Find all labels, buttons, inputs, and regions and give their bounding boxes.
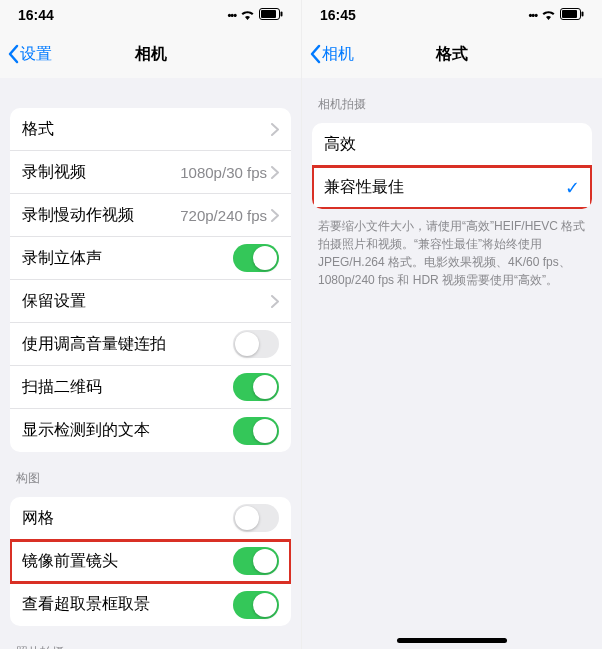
- nav-bar: 设置 相机: [0, 30, 301, 78]
- row-stereo[interactable]: 录制立体声: [10, 237, 291, 280]
- status-bar: 16:44 •••: [0, 0, 301, 30]
- status-bar: 16:45 •••: [302, 0, 602, 30]
- row-label: 镜像前置镜头: [22, 551, 233, 572]
- group-format: 高效 兼容性最佳 ✓: [312, 123, 592, 209]
- signal-icon: •••: [528, 9, 537, 21]
- chevron-left-icon: [6, 44, 20, 64]
- nav-title: 相机: [135, 44, 167, 65]
- row-record-video[interactable]: 录制视频1080p/30 fps: [10, 151, 291, 194]
- group-composition: 网格 镜像前置镜头 查看超取景框取景: [10, 497, 291, 626]
- nav-back-button[interactable]: 设置: [6, 44, 52, 65]
- row-most-compatible[interactable]: 兼容性最佳 ✓: [312, 166, 592, 209]
- nav-bar: 相机 格式: [302, 30, 602, 78]
- row-label: 扫描二维码: [22, 377, 233, 398]
- toggle-volume-burst[interactable]: [233, 330, 279, 358]
- toggle-view-outside-frame[interactable]: [233, 591, 279, 619]
- svg-rect-4: [562, 10, 577, 18]
- row-high-efficiency[interactable]: 高效: [312, 123, 592, 166]
- signal-icon: •••: [227, 9, 236, 21]
- svg-rect-5: [582, 12, 584, 17]
- group-header-composition: 构图: [0, 452, 301, 493]
- row-mirror-front[interactable]: 镜像前置镜头: [10, 540, 291, 583]
- chevron-right-icon: [271, 123, 279, 136]
- nav-back-label: 设置: [20, 44, 52, 65]
- content-right: 相机拍摄 高效 兼容性最佳 ✓ 若要缩小文件大小，请使用“高效”HEIF/HEV…: [302, 78, 602, 649]
- phone-format-settings: 16:45 ••• 相机 格式 相机拍摄 高效 兼容性最佳 ✓: [301, 0, 602, 649]
- svg-rect-1: [261, 10, 276, 18]
- toggle-scan-qr[interactable]: [233, 373, 279, 401]
- row-label: 显示检测到的文本: [22, 420, 233, 441]
- row-label: 网格: [22, 508, 233, 529]
- row-label: 录制慢动作视频: [22, 205, 180, 226]
- row-detected-text[interactable]: 显示检测到的文本: [10, 409, 291, 452]
- toggle-detected-text[interactable]: [233, 417, 279, 445]
- row-view-outside-frame[interactable]: 查看超取景框取景: [10, 583, 291, 626]
- row-label: 高效: [324, 134, 580, 155]
- wifi-icon: [240, 7, 255, 23]
- chevron-right-icon: [271, 295, 279, 308]
- home-indicator[interactable]: [397, 638, 507, 643]
- row-label: 保留设置: [22, 291, 271, 312]
- row-grid[interactable]: 网格: [10, 497, 291, 540]
- footer-text-format: 若要缩小文件大小，请使用“高效”HEIF/HEVC 格式拍摄照片和视频。“兼容性…: [302, 209, 602, 297]
- row-format[interactable]: 格式: [10, 108, 291, 151]
- status-right: •••: [227, 7, 283, 23]
- row-label: 查看超取景框取景: [22, 594, 233, 615]
- chevron-right-icon: [271, 209, 279, 222]
- wifi-icon: [541, 7, 556, 23]
- checkmark-icon: ✓: [565, 177, 580, 199]
- row-scan-qr[interactable]: 扫描二维码: [10, 366, 291, 409]
- status-time: 16:44: [18, 7, 54, 23]
- chevron-left-icon: [308, 44, 322, 64]
- row-volume-burst[interactable]: 使用调高音量键连拍: [10, 323, 291, 366]
- group-header-camera-capture: 相机拍摄: [302, 78, 602, 119]
- phone-camera-settings: 16:44 ••• 设置 相机 格式 录制视频1080p/30 fps 录制慢动…: [0, 0, 301, 649]
- row-value: 1080p/30 fps: [180, 164, 267, 181]
- chevron-right-icon: [271, 166, 279, 179]
- battery-icon: [560, 7, 584, 23]
- row-label: 录制视频: [22, 162, 180, 183]
- toggle-mirror-front[interactable]: [233, 547, 279, 575]
- svg-rect-2: [281, 12, 283, 17]
- nav-back-label: 相机: [322, 44, 354, 65]
- row-preserve[interactable]: 保留设置: [10, 280, 291, 323]
- content-left: 格式 录制视频1080p/30 fps 录制慢动作视频720p/240 fps …: [0, 78, 301, 649]
- group-main: 格式 录制视频1080p/30 fps 录制慢动作视频720p/240 fps …: [10, 108, 291, 452]
- toggle-stereo[interactable]: [233, 244, 279, 272]
- row-value: 720p/240 fps: [180, 207, 267, 224]
- row-record-slowmo[interactable]: 录制慢动作视频720p/240 fps: [10, 194, 291, 237]
- row-label: 使用调高音量键连拍: [22, 334, 233, 355]
- nav-back-button[interactable]: 相机: [308, 44, 354, 65]
- toggle-grid[interactable]: [233, 504, 279, 532]
- row-label: 兼容性最佳: [324, 177, 565, 198]
- status-right: •••: [528, 7, 584, 23]
- status-time: 16:45: [320, 7, 356, 23]
- group-header-photo-capture: 照片拍摄: [0, 626, 301, 649]
- row-label: 录制立体声: [22, 248, 233, 269]
- nav-title: 格式: [436, 44, 468, 65]
- battery-icon: [259, 7, 283, 23]
- row-label: 格式: [22, 119, 271, 140]
